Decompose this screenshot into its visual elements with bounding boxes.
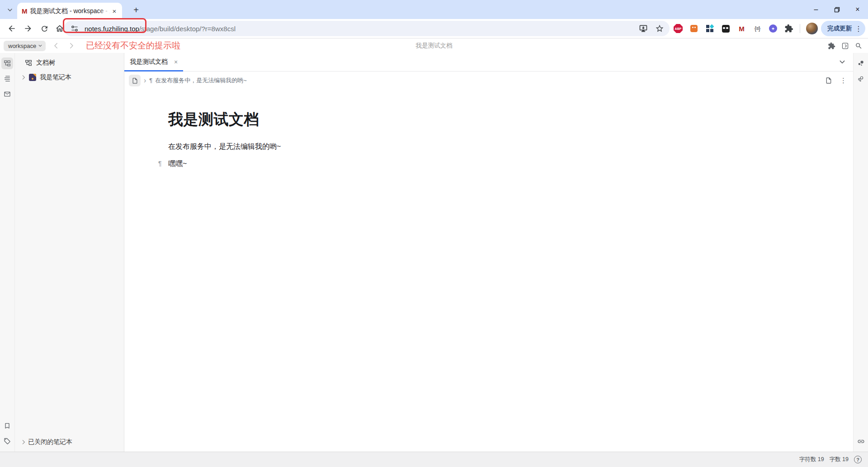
home-icon — [55, 24, 64, 33]
link-icon — [857, 438, 865, 445]
right-dock — [853, 53, 868, 452]
editor-tab-close-button[interactable]: × — [174, 58, 178, 66]
document-paragraph[interactable]: 在发布服务中，是无法编辑我的哟~ — [168, 142, 853, 152]
tab-close-button[interactable]: × — [110, 7, 118, 15]
file-tree-panel: 文档树 我是笔记本 已关闭的笔记本 — [15, 53, 124, 452]
app-body: 文档树 我是笔记本 已关闭的笔记本 我是测试文档 × — [0, 53, 868, 452]
restore-icon — [834, 7, 840, 13]
workspace-button[interactable]: workspace — [4, 41, 46, 51]
close-window-button[interactable]: × — [847, 0, 868, 19]
dock-bookmark-button[interactable] — [1, 420, 13, 432]
editor-tab[interactable]: 我是测试文档 × — [124, 53, 183, 71]
paragraph-gutter-icon[interactable]: ¶ — [158, 160, 162, 167]
chevron-down-icon — [839, 58, 846, 66]
finish-update-label: 完成更新 — [827, 24, 852, 33]
address-bar[interactable]: notes.fuzhiling.top/stage/build/desktop/… — [64, 21, 670, 36]
graph-icon — [857, 75, 865, 83]
extensions-area: ABP M {≡} ✦ — [673, 21, 818, 36]
red-m-extension-icon[interactable]: M — [736, 24, 746, 33]
chevron-down-icon — [38, 43, 42, 48]
tab-list-button[interactable] — [839, 53, 846, 71]
reload-button[interactable] — [38, 22, 51, 35]
adblock-plus-extension-icon[interactable]: ABP — [673, 24, 683, 33]
tag-icon — [4, 438, 11, 445]
document-paragraph[interactable]: ¶ 嘿嘿~ — [168, 159, 853, 169]
panel-layout-icon[interactable] — [841, 42, 849, 50]
chevron-right-icon[interactable] — [20, 74, 27, 81]
tampermonkey-extension-icon[interactable] — [721, 24, 731, 33]
plugin-icon[interactable] — [828, 42, 835, 50]
app-back-icon[interactable] — [52, 42, 60, 50]
annotation-note: 已经没有不安全的提示啦 — [86, 40, 180, 52]
app-nav-arrows — [52, 42, 75, 50]
document-content[interactable]: 我是测试文档 在发布服务中，是无法编辑我的哟~ ¶ 嘿嘿~ — [124, 90, 853, 169]
file-tree-header: 文档树 — [15, 53, 124, 67]
back-arrow-icon — [7, 24, 16, 33]
url-domain: notes.fuzhiling.top — [85, 25, 139, 33]
reload-icon — [40, 24, 49, 33]
finish-update-button[interactable]: 完成更新 ⋮ — [821, 21, 865, 36]
site-settings-icon[interactable] — [71, 24, 79, 33]
toolbar-divider — [800, 24, 800, 33]
dock-inbox-button[interactable] — [1, 88, 13, 100]
doc-info-icon[interactable] — [825, 77, 832, 84]
inbox-envelope-icon — [4, 91, 11, 98]
restore-button[interactable] — [826, 0, 847, 19]
document-icon — [132, 77, 138, 84]
dock-link-button[interactable] — [855, 435, 867, 447]
chevron-down-icon — [7, 7, 13, 13]
left-dock — [0, 53, 15, 452]
back-button[interactable] — [5, 22, 18, 35]
breadcrumb-item[interactable]: ¶在发布服务中，是无法编辑我的哟~ — [149, 76, 247, 85]
file-tree-icon — [25, 59, 32, 67]
breadcrumb-doc-button[interactable] — [129, 75, 141, 86]
outline-icon — [4, 75, 11, 82]
notebook-icon — [29, 74, 36, 81]
tab-search-button[interactable] — [5, 5, 15, 15]
dock-backlinks-button[interactable] — [855, 57, 867, 69]
orange-extension-icon[interactable] — [689, 24, 699, 33]
grid-extension-icon[interactable] — [705, 24, 715, 33]
breadcrumb: › ¶在发布服务中，是无法编辑我的哟~ ⋮ — [124, 71, 853, 90]
screen: M 我是测试文档 - workspace - 思 × + – × — [0, 0, 868, 467]
breadcrumb-text: 在发布服务中，是无法编辑我的哟~ — [155, 77, 247, 84]
document-title[interactable]: 我是测试文档 — [168, 110, 853, 130]
bookmark-icon — [4, 422, 11, 429]
file-tree-icon — [4, 60, 11, 67]
siyuan-app: workspace 我是测试文档 — [0, 38, 868, 467]
app-toolbar-right — [828, 38, 863, 53]
dock-tag-button[interactable] — [1, 435, 13, 447]
editor-tab-title: 我是测试文档 — [130, 58, 168, 66]
chevron-right-icon[interactable] — [20, 439, 27, 445]
dock-graph-button[interactable] — [855, 73, 867, 85]
pilcrow-icon: ¶ — [149, 77, 152, 84]
extensions-puzzle-icon[interactable] — [784, 24, 794, 33]
workspace-label: workspace — [8, 43, 36, 49]
braces-extension-icon[interactable]: {≡} — [752, 24, 762, 33]
app-forward-icon[interactable] — [67, 42, 75, 50]
browser-tab[interactable]: M 我是测试文档 - workspace - 思 × — [17, 3, 122, 19]
dock-outline-button[interactable] — [1, 73, 13, 85]
notebook-item[interactable]: 我是笔记本 — [15, 67, 124, 81]
purple-extension-icon[interactable]: ✦ — [768, 24, 778, 33]
closed-notebooks-item[interactable]: 已关闭的笔记本 — [20, 438, 72, 446]
help-icon[interactable]: ? — [854, 456, 862, 463]
bookmark-star-icon[interactable] — [655, 24, 664, 33]
word-count: 字数 19 — [830, 456, 849, 463]
new-tab-button[interactable]: + — [130, 4, 142, 16]
file-tree-title: 文档树 — [36, 59, 55, 67]
install-app-icon[interactable] — [639, 24, 648, 33]
minimize-button[interactable]: – — [806, 0, 826, 19]
url-text[interactable]: notes.fuzhiling.top/stage/build/desktop/… — [85, 25, 236, 33]
status-bar: 字符数 19 字数 19 ? — [0, 452, 868, 467]
forward-button[interactable] — [22, 22, 34, 35]
siyuan-favicon-icon: M — [22, 7, 30, 15]
paragraph-text: 嘿嘿~ — [168, 160, 187, 167]
dock-file-tree-button[interactable] — [1, 57, 13, 69]
browser-tab-title: 我是测试文档 - workspace - 思 — [30, 7, 110, 15]
profile-avatar[interactable] — [806, 23, 818, 34]
doc-more-kebab-icon[interactable]: ⋮ — [840, 76, 847, 85]
closed-notebooks-label: 已关闭的笔记本 — [28, 438, 72, 446]
browser-menu-kebab-icon[interactable]: ⋮ — [854, 24, 863, 33]
search-icon[interactable] — [855, 42, 863, 50]
